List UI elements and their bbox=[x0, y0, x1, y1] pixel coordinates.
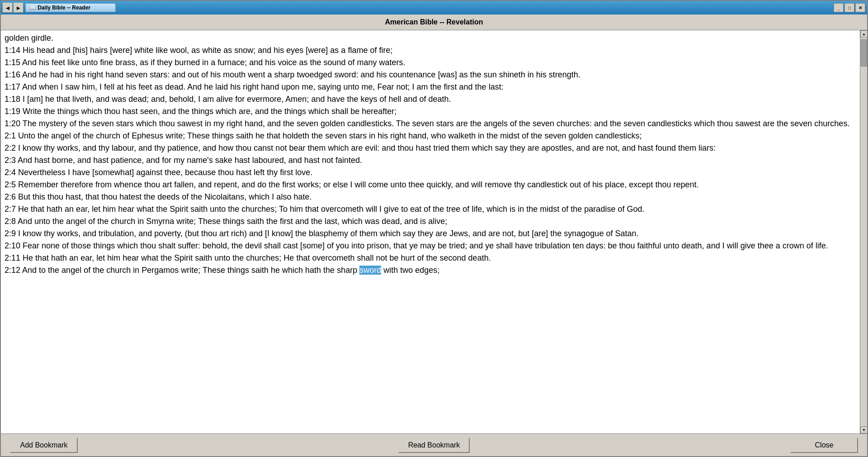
scroll-down-button[interactable]: ▼ bbox=[860, 426, 867, 433]
close-window-button[interactable]: ✕ bbox=[855, 3, 865, 12]
window-icon: 📖 bbox=[29, 5, 38, 11]
verse-1-15: 1:15 And his feet like unto fine brass, … bbox=[5, 57, 856, 69]
nav-arrows: ◀ ▶ bbox=[3, 3, 24, 13]
content-area: golden girdle. 1:14 His head and [his] h… bbox=[1, 30, 867, 433]
verse-2-4: 2:4 Nevertheless I have [somewhat] again… bbox=[5, 167, 856, 179]
verse-1-16: 1:16 And he had in his right hand seven … bbox=[5, 69, 856, 81]
title-bar: ◀ ▶ 📖 Daily Bible -- Reader _ □ ✕ bbox=[1, 1, 867, 14]
maximize-button[interactable]: □ bbox=[844, 3, 854, 12]
title-bar-text: 📖 Daily Bible -- Reader bbox=[25, 3, 116, 12]
close-button[interactable]: Close bbox=[790, 438, 858, 453]
scrollbar-thumb[interactable] bbox=[861, 39, 867, 67]
footer: Add Bookmark Read Bookmark Close bbox=[1, 433, 867, 456]
scrollbar-track[interactable] bbox=[860, 38, 867, 426]
verse-2-7: 2:7 He that hath an ear, let him hear wh… bbox=[5, 203, 856, 215]
title-bar-left: ◀ ▶ 📖 Daily Bible -- Reader bbox=[3, 3, 116, 13]
forward-button[interactable]: ▶ bbox=[14, 3, 24, 13]
scroll-up-button[interactable]: ▲ bbox=[860, 30, 867, 38]
verse-2-1: 2:1 Unto the angel of the church of Ephe… bbox=[5, 130, 856, 142]
bible-text[interactable]: golden girdle. 1:14 His head and [his] h… bbox=[1, 30, 860, 433]
verse-intro: golden girdle. bbox=[5, 32, 856, 44]
verse-2-2: 2:2 I know thy works, and thy labour, an… bbox=[5, 142, 856, 154]
verse-2-11: 2:11 He that hath an ear, let him hear w… bbox=[5, 252, 856, 264]
scrollbar[interactable]: ▲ ▼ bbox=[860, 30, 867, 433]
verse-2-5: 2:5 Remember therefore from whence thou … bbox=[5, 179, 856, 191]
verse-2-6: 2:6 But this thou hast, that thou hatest… bbox=[5, 191, 856, 203]
verse-1-18: 1:18 I [am] he that liveth, and was dead… bbox=[5, 93, 856, 105]
verse-2-3: 2:3 And hast borne, and hast patience, a… bbox=[5, 154, 856, 167]
verse-2-8: 2:8 And unto the angel of the church in … bbox=[5, 215, 856, 228]
verse-2-12: 2:12 And to the angel of the church in P… bbox=[5, 264, 856, 276]
minimize-button[interactable]: _ bbox=[834, 3, 844, 12]
verse-2-10: 2:10 Fear none of those things which tho… bbox=[5, 240, 856, 252]
main-window: ◀ ▶ 📖 Daily Bible -- Reader _ □ ✕ Americ… bbox=[0, 0, 868, 457]
verse-2-9: 2:9 I know thy works, and tribulation, a… bbox=[5, 228, 856, 240]
highlighted-word: sword bbox=[359, 266, 381, 275]
window-title-label: Daily Bible -- Reader bbox=[38, 5, 90, 11]
back-button[interactable]: ◀ bbox=[3, 3, 13, 13]
read-bookmark-button[interactable]: Read Bookmark bbox=[398, 438, 470, 453]
title-bar-controls: _ □ ✕ bbox=[834, 3, 865, 12]
verse-1-19: 1:19 Write the things which thou hast se… bbox=[5, 105, 856, 118]
window-header: American Bible -- Revelation bbox=[1, 14, 867, 30]
add-bookmark-button[interactable]: Add Bookmark bbox=[10, 438, 78, 453]
book-title: American Bible -- Revelation bbox=[385, 18, 483, 26]
verse-1-14: 1:14 His head and [his] hairs [were] whi… bbox=[5, 44, 856, 57]
verse-1-17: 1:17 And when I saw him, I fell at his f… bbox=[5, 81, 856, 93]
verse-1-20: 1:20 The mystery of the seven stars whic… bbox=[5, 118, 856, 130]
